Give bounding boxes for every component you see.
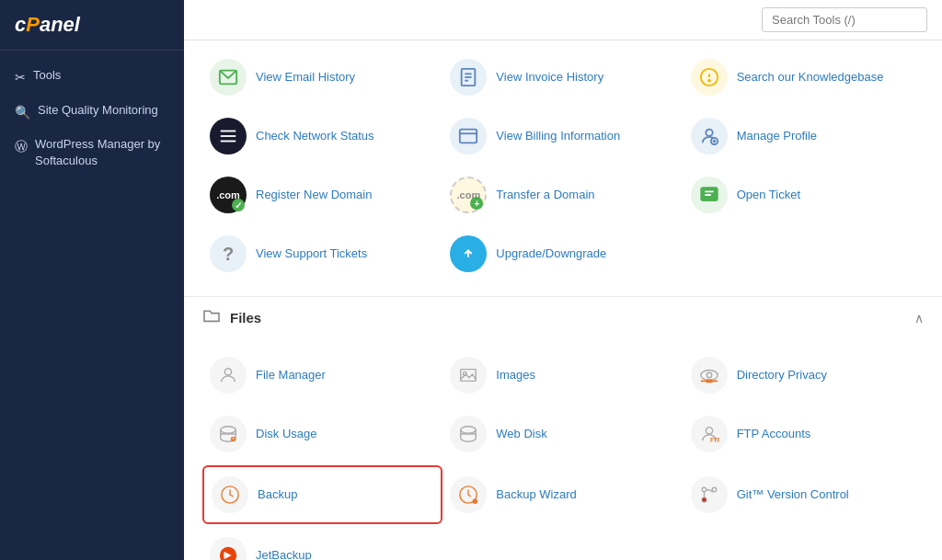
- logo-area: cPanel: [0, 0, 184, 51]
- profile-icon: [691, 118, 728, 154]
- tool-email-history[interactable]: View Email History: [202, 50, 442, 105]
- tool-backup[interactable]: Backup: [202, 465, 442, 524]
- knowledgebase-label: Search our Knowledgebase: [737, 70, 884, 86]
- tool-billing[interactable]: View Billing Information: [442, 109, 683, 164]
- svg-point-41: [702, 497, 706, 502]
- section-files: Files ∧ File Manager Images: [184, 297, 942, 560]
- web-disk-label: Web Disk: [496, 427, 546, 442]
- images-label: Images: [496, 368, 535, 383]
- git-version-icon: [691, 476, 728, 513]
- tool-invoice-history[interactable]: View Invoice History: [442, 50, 683, 105]
- svg-point-42: [220, 547, 236, 560]
- billing-icon: [450, 118, 487, 154]
- svg-point-37: [702, 487, 706, 492]
- files-header-left: Files: [202, 308, 261, 327]
- email-history-label: View Email History: [256, 70, 355, 86]
- tool-transfer-domain[interactable]: .com + Transfer a Domain: [442, 167, 683, 223]
- backup-label: Backup: [258, 487, 297, 503]
- transfer-domain-icon: .com +: [450, 177, 487, 213]
- tool-knowledgebase[interactable]: Search our Knowledgebase: [684, 50, 924, 105]
- svg-point-39: [712, 487, 717, 492]
- tools-icon: ✂: [15, 69, 26, 87]
- register-domain-icon: .com ✓: [210, 177, 247, 213]
- transfer-domain-label: Transfer a Domain: [496, 188, 594, 203]
- top-tools-grid: View Email History View Invoice History …: [184, 40, 942, 296]
- svg-point-36: [473, 499, 478, 505]
- svg-point-32: [706, 428, 712, 434]
- knowledgebase-icon: [691, 59, 728, 96]
- sidebar: cPanel ✂ Tools 🔍 Site Quality Monitoring…: [0, 0, 184, 560]
- folder-icon: [202, 308, 221, 327]
- web-disk-icon: [450, 416, 487, 452]
- cpanel-logo: cPanel: [15, 13, 169, 37]
- jetbackup-icon: [210, 537, 247, 560]
- tool-images[interactable]: Images: [442, 348, 683, 403]
- svg-point-7: [708, 80, 710, 82]
- tool-git-version[interactable]: Git™ Version Control: [684, 465, 924, 524]
- wordpress-icon: Ⓦ: [15, 138, 28, 156]
- images-icon: [450, 357, 487, 394]
- support-tickets-icon: ?: [210, 235, 247, 272]
- profile-label: Manage Profile: [737, 129, 817, 144]
- invoice-history-label: View Invoice History: [496, 70, 603, 86]
- git-version-label: Git™ Version Control: [737, 487, 849, 503]
- svg-text:FTP: FTP: [710, 437, 719, 443]
- file-manager-label: File Manager: [256, 368, 326, 383]
- support-tickets-label: View Support Tickets: [256, 246, 367, 262]
- svg-point-23: [706, 372, 712, 378]
- tool-ftp-accounts[interactable]: FTP FTP Accounts: [684, 406, 924, 462]
- section-top-tools: View Email History View Invoice History …: [184, 40, 942, 297]
- tool-backup-wizard[interactable]: Backup Wizard: [442, 465, 683, 524]
- files-section-header[interactable]: Files ∧: [184, 297, 942, 338]
- sidebar-item-tools[interactable]: ✂ Tools: [0, 60, 184, 95]
- backup-wizard-icon: [450, 476, 487, 513]
- tool-network-status[interactable]: Check Network Status: [202, 109, 442, 164]
- site-quality-icon: 🔍: [15, 104, 30, 122]
- ftp-accounts-label: FTP Accounts: [737, 427, 811, 442]
- email-history-icon: [210, 59, 247, 96]
- tool-dir-privacy[interactable]: Directory Privacy: [684, 348, 924, 403]
- register-domain-label: Register New Domain: [256, 188, 372, 203]
- file-manager-icon: [210, 357, 247, 394]
- sidebar-item-site-quality-label: Site Quality Monitoring: [38, 102, 158, 119]
- backup-wizard-label: Backup Wizard: [496, 487, 576, 503]
- files-section-label: Files: [230, 310, 261, 326]
- tool-disk-usage[interactable]: Disk Usage: [202, 406, 442, 462]
- tool-support-tickets[interactable]: ? View Support Tickets: [202, 226, 442, 281]
- sidebar-item-tools-label: Tools: [33, 67, 61, 84]
- tool-file-manager[interactable]: File Manager: [202, 348, 442, 403]
- files-chevron-icon: ∧: [914, 311, 924, 326]
- tool-upgrade[interactable]: Upgrade/Downgrade: [442, 226, 683, 281]
- dir-privacy-icon: [691, 357, 728, 394]
- jetbackup-label: JetBackup: [256, 548, 312, 560]
- invoice-history-icon: [450, 59, 487, 96]
- dir-privacy-label: Directory Privacy: [737, 368, 827, 383]
- ftp-accounts-icon: FTP: [691, 416, 728, 452]
- tool-profile[interactable]: Manage Profile: [684, 109, 924, 164]
- upgrade-icon: [450, 235, 487, 272]
- open-ticket-icon: [691, 177, 728, 213]
- sidebar-nav: ✂ Tools 🔍 Site Quality Monitoring Ⓦ Word…: [0, 51, 184, 187]
- svg-point-30: [461, 427, 477, 433]
- sidebar-item-wordpress-label: WordPress Manager by Softaculous: [35, 136, 169, 169]
- open-ticket-label: Open Ticket: [737, 188, 800, 203]
- disk-usage-icon: [210, 416, 247, 452]
- svg-point-26: [221, 427, 236, 433]
- svg-point-19: [224, 369, 231, 375]
- search-input[interactable]: [762, 7, 927, 32]
- files-grid: File Manager Images Di: [184, 338, 942, 560]
- topbar: [184, 0, 942, 40]
- tool-web-disk[interactable]: Web Disk: [442, 406, 683, 462]
- tool-jetbackup[interactable]: JetBackup: [202, 528, 442, 560]
- svg-point-13: [706, 130, 712, 136]
- sidebar-item-wordpress[interactable]: Ⓦ WordPress Manager by Softaculous: [0, 129, 184, 177]
- svg-rect-25: [706, 380, 712, 383]
- tool-register-domain[interactable]: .com ✓ Register New Domain: [202, 167, 442, 223]
- svg-rect-11: [460, 130, 477, 143]
- tool-open-ticket[interactable]: Open Ticket: [684, 167, 924, 223]
- backup-icon: [212, 476, 248, 513]
- main-content: View Email History View Invoice History …: [184, 0, 942, 560]
- billing-label: View Billing Information: [496, 129, 620, 144]
- sidebar-item-site-quality[interactable]: 🔍 Site Quality Monitoring: [0, 95, 184, 130]
- disk-usage-label: Disk Usage: [256, 427, 316, 442]
